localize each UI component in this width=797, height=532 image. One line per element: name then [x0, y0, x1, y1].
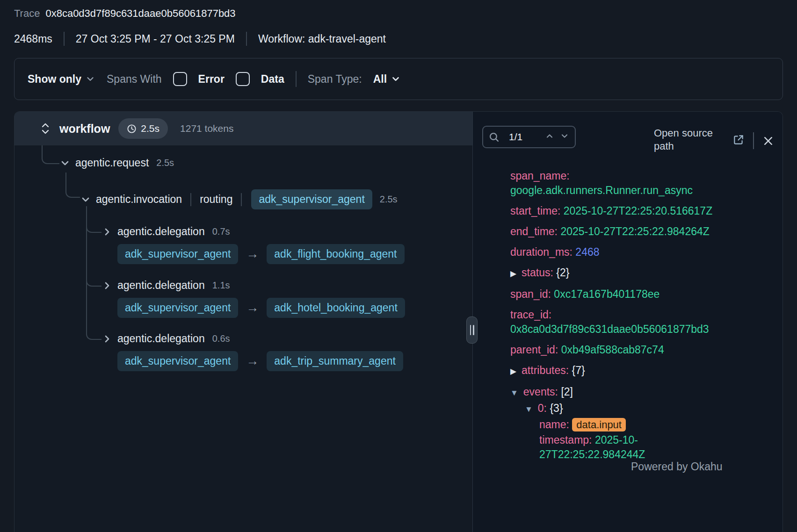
detail-field-trace-id: trace_id: 0x8ca0d3d7f89c631daae0b5606187…	[510, 308, 716, 337]
open-source-path-link[interactable]: Open source path	[654, 127, 725, 153]
search-input[interactable]: 1/1	[482, 126, 576, 148]
agent-pill-from[interactable]: adk_supervisor_agent	[117, 298, 238, 318]
delegation-arrow-icon: →	[246, 354, 259, 368]
divider	[753, 132, 754, 149]
field-value: 2468	[575, 246, 599, 258]
delegation-agents: adk_supervisor_agent → adk_hotel_booking…	[117, 298, 405, 318]
detail-field-span-id: span_id: 0xc17a167b401178ee	[510, 287, 716, 302]
divider	[246, 32, 247, 46]
chevron-down-icon	[85, 74, 95, 84]
span-row-delegation[interactable]: agentic.delegation 0.7s	[101, 225, 230, 238]
error-label: Error	[198, 73, 225, 86]
workflow-title: workflow	[59, 122, 110, 136]
agent-pill-to[interactable]: adk_trip_summary_agent	[267, 351, 403, 371]
search-prev-icon[interactable]	[545, 131, 554, 143]
unfold-icon[interactable]	[40, 121, 51, 136]
divider	[296, 71, 297, 87]
span-row-delegation[interactable]: agentic.delegation 0.6s	[101, 332, 230, 345]
span-type-dropdown[interactable]: All	[373, 73, 401, 86]
spans-with-label: Spans With	[107, 73, 162, 86]
trace-title: Trace 0x8ca0d3d7f89c631daae0b56061877bd3	[14, 7, 783, 20]
span-duration: 2.5s	[156, 158, 174, 168]
agent-pill-from[interactable]: adk_supervisor_agent	[117, 351, 238, 371]
span-row-invocation[interactable]: agentic.invocation routing adk_superviso…	[80, 189, 398, 209]
close-icon[interactable]	[762, 135, 774, 147]
field-key: span_name:	[510, 170, 570, 182]
chevron-down-icon	[391, 74, 401, 84]
workflow-header: workflow 2.5s 1271 tokens	[14, 112, 472, 145]
powered-by-watermark: Powered by Okahu	[631, 460, 723, 473]
field-value: 0xb49af588cab87c74	[561, 344, 664, 356]
field-value: 2025-10-27T22:25:22.984264Z	[560, 225, 709, 237]
span-name: agentic.delegation	[117, 332, 205, 345]
field-key: attributes:	[522, 364, 569, 376]
span-duration: 1.1s	[212, 280, 230, 291]
search-next-icon[interactable]	[560, 131, 569, 143]
delegation-arrow-icon: →	[246, 247, 259, 261]
field-value: google.adk.runners.Runner.run_async	[510, 184, 693, 196]
span-name: agentic.invocation	[96, 193, 182, 206]
tree-connector	[42, 145, 59, 164]
span-duration: 0.6s	[212, 333, 230, 344]
collapsed-arrow-icon[interactable]: ▶	[510, 269, 516, 278]
chevron-down-icon[interactable]	[80, 194, 91, 205]
delegation-agents: adk_supervisor_agent → adk_flight_bookin…	[117, 244, 405, 264]
expanded-arrow-icon[interactable]: ▼	[510, 388, 518, 397]
external-link-icon[interactable]	[732, 134, 745, 146]
agent-pill-to[interactable]: adk_flight_booking_agent	[267, 244, 404, 264]
data-checkbox[interactable]	[236, 72, 250, 86]
trace-label: Trace	[14, 7, 40, 20]
show-only-dropdown[interactable]: Show only	[28, 73, 95, 86]
field-value: [2]	[561, 386, 573, 398]
span-name: agentic.request	[75, 157, 149, 169]
trace-time-range: 27 Oct 3:25 PM - 27 Oct 3:25 PM	[76, 33, 235, 45]
field-key: timestamp:	[539, 434, 592, 446]
field-key: events:	[523, 386, 558, 398]
field-key: end_time:	[510, 225, 558, 237]
span-name: agentic.delegation	[117, 225, 205, 238]
trace-id: 0x8ca0d3d7f89c631daae0b56061877bd3	[45, 7, 235, 20]
detail-field-start-time: start_time: 2025-10-27T22:25:20.516617Z	[510, 204, 716, 218]
detail-field-event-timestamp: timestamp: 2025-10-27T22:25:22.984244Z	[510, 433, 716, 462]
divider	[64, 32, 65, 46]
span-row-request[interactable]: agentic.request 2.5s	[59, 157, 174, 169]
detail-field-status[interactable]: ▶status: {2}	[510, 266, 716, 281]
span-duration: 0.7s	[212, 226, 230, 237]
delegation-agents: adk_supervisor_agent → adk_trip_summary_…	[117, 351, 403, 371]
span-detail-json: span_name: google.adk.runners.Runner.run…	[473, 156, 716, 462]
agent-pill-to[interactable]: adk_hotel_booking_agent	[267, 298, 405, 318]
field-value: {7}	[572, 364, 585, 376]
panel-resize-handle[interactable]	[466, 316, 478, 344]
field-value: 0x8ca0d3d7f89c631daae0b56061877bd3	[510, 323, 709, 335]
agent-pill-from[interactable]: adk_supervisor_agent	[117, 244, 238, 264]
tree-connector	[86, 272, 101, 287]
detail-field-event-0[interactable]: ▼0: {3}	[510, 401, 716, 417]
event-name-badge: data.input	[572, 418, 626, 431]
chevron-right-icon[interactable]	[101, 333, 113, 345]
field-value: 0xc17a167b401178ee	[554, 288, 659, 300]
chevron-right-icon[interactable]	[101, 226, 113, 237]
divider	[190, 193, 191, 206]
search-icon	[489, 132, 500, 143]
field-key: start_time:	[510, 205, 560, 217]
span-tree: agentic.request 2.5s agentic.invocation …	[14, 145, 472, 532]
search-match-count: 1/1	[509, 131, 522, 143]
expanded-arrow-icon[interactable]: ▼	[525, 405, 533, 414]
trace-meta: 2468ms 27 Oct 3:25 PM - 27 Oct 3:25 PM W…	[14, 32, 783, 46]
detail-field-duration: duration_ms: 2468	[510, 245, 716, 259]
agent-pill-supervisor[interactable]: adk_supervisor_agent	[251, 189, 372, 209]
delegation-arrow-icon: →	[246, 301, 259, 315]
collapsed-arrow-icon[interactable]: ▶	[510, 367, 516, 376]
page-header: Trace 0x8ca0d3d7f89c631daae0b56061877bd3…	[0, 0, 797, 46]
chevron-right-icon[interactable]	[101, 280, 113, 291]
field-value: 2025-10-27T22:25:20.516617Z	[564, 205, 712, 217]
detail-field-events[interactable]: ▼events: [2]	[510, 385, 716, 400]
span-row-delegation[interactable]: agentic.delegation 1.1s	[101, 279, 230, 292]
detail-field-attributes[interactable]: ▶attributes: {7}	[510, 363, 716, 379]
chevron-down-icon[interactable]	[59, 158, 71, 169]
field-key: parent_id:	[510, 344, 558, 356]
detail-field-span-name: span_name: google.adk.runners.Runner.run…	[510, 169, 716, 198]
span-tree-pane: workflow 2.5s 1271 tokens agentic.reques…	[14, 112, 472, 532]
error-checkbox[interactable]	[173, 72, 187, 86]
span-type: routing	[200, 193, 232, 206]
